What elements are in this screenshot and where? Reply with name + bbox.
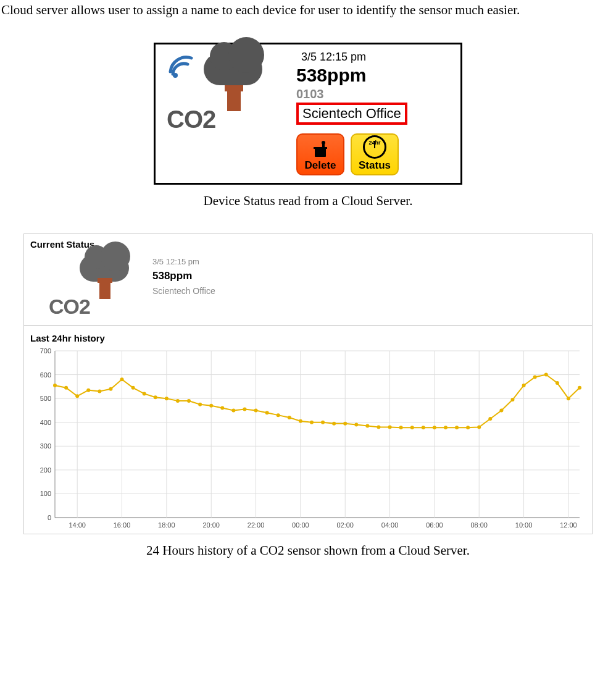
caption-2: 24 Hours history of a CO2 sensor shown f… — [1, 543, 615, 558]
svg-point-94 — [578, 386, 581, 390]
svg-text:04:00: 04:00 — [381, 521, 399, 529]
co2-logo: CO2 — [49, 251, 141, 319]
svg-point-83 — [455, 426, 459, 429]
svg-text:200: 200 — [40, 466, 51, 474]
svg-text:18:00: 18:00 — [158, 521, 175, 529]
svg-point-55 — [143, 392, 146, 395]
svg-text:08:00: 08:00 — [470, 521, 488, 529]
cloud-icon — [204, 53, 262, 85]
svg-point-78 — [399, 426, 403, 429]
delete-label: Delete — [304, 159, 336, 172]
svg-rect-3 — [315, 148, 326, 157]
co2-label: CO2 — [167, 106, 215, 133]
status-device-name: Scientech Office — [152, 286, 215, 296]
svg-text:300: 300 — [40, 442, 51, 450]
svg-point-58 — [176, 399, 180, 403]
svg-point-72 — [332, 422, 336, 426]
svg-point-81 — [433, 426, 436, 429]
svg-point-87 — [499, 408, 503, 412]
svg-point-75 — [365, 424, 369, 428]
trash-icon — [311, 140, 330, 158]
svg-point-0 — [173, 73, 178, 78]
clock-24hr-icon — [363, 135, 386, 159]
svg-point-56 — [154, 395, 157, 399]
svg-point-67 — [277, 413, 280, 417]
status-button[interactable]: 24hr Status — [351, 133, 399, 175]
co2-label: CO2 — [49, 295, 90, 319]
status-history-panel: Current Status CO2 3/5 12:15 pm 538ppm S… — [23, 233, 593, 534]
svg-point-77 — [388, 425, 392, 429]
svg-point-51 — [98, 390, 101, 393]
status-label: Status — [359, 159, 391, 172]
svg-point-59 — [187, 399, 191, 403]
svg-text:10:00: 10:00 — [515, 521, 533, 529]
svg-point-69 — [299, 419, 302, 423]
svg-rect-4 — [314, 147, 327, 149]
svg-text:20:00: 20:00 — [202, 521, 220, 529]
svg-text:500: 500 — [40, 395, 51, 402]
svg-text:700: 700 — [40, 347, 51, 355]
svg-point-80 — [422, 426, 425, 429]
chimney-icon — [99, 282, 110, 299]
svg-point-64 — [243, 408, 246, 411]
svg-text:100: 100 — [40, 490, 51, 497]
svg-point-82 — [444, 426, 447, 429]
svg-text:12:00: 12:00 — [560, 521, 577, 529]
svg-point-68 — [288, 416, 291, 419]
svg-text:02:00: 02:00 — [336, 521, 354, 529]
status-reading: 538ppm — [152, 270, 215, 282]
svg-point-57 — [165, 397, 169, 400]
svg-point-92 — [556, 381, 559, 385]
svg-point-93 — [567, 397, 570, 400]
svg-point-86 — [488, 417, 492, 421]
svg-point-71 — [321, 421, 325, 424]
svg-point-73 — [343, 422, 347, 426]
svg-point-84 — [466, 426, 470, 429]
divider — [24, 325, 592, 326]
svg-point-63 — [231, 408, 235, 412]
svg-point-76 — [377, 425, 380, 429]
svg-text:16:00: 16:00 — [114, 521, 131, 529]
svg-text:06:00: 06:00 — [426, 521, 443, 529]
chimney-icon — [227, 90, 241, 111]
svg-point-52 — [109, 387, 112, 391]
svg-point-60 — [198, 403, 202, 406]
delete-button[interactable]: Delete — [296, 133, 344, 175]
wifi-icon — [167, 53, 195, 78]
clock-24hr-text: 24hr — [368, 140, 380, 146]
svg-point-47 — [53, 384, 57, 387]
svg-point-50 — [86, 389, 90, 392]
status-timestamp: 3/5 12:15 pm — [152, 257, 215, 266]
svg-point-88 — [510, 398, 514, 401]
co2-logo: CO2 — [167, 53, 272, 133]
svg-text:0: 0 — [48, 514, 51, 521]
svg-point-62 — [220, 406, 224, 410]
device-id: 0103 — [296, 87, 449, 101]
svg-point-90 — [533, 375, 537, 379]
history-heading: Last 24hr history — [24, 328, 592, 345]
svg-point-53 — [120, 377, 124, 381]
device-timestamp: 3/5 12:15 pm — [301, 51, 449, 64]
device-name-highlight: Scientech Office — [296, 103, 407, 125]
device-status-card: CO2 3/5 12:15 pm 538ppm 0103 Scientech O… — [154, 43, 462, 185]
svg-point-66 — [265, 411, 269, 414]
svg-point-48 — [64, 386, 68, 390]
svg-point-85 — [477, 425, 481, 429]
history-line-chart: 010020030040050060070014:0016:0018:0020:… — [30, 346, 586, 531]
svg-text:00:00: 00:00 — [292, 521, 309, 529]
svg-point-89 — [522, 384, 526, 387]
intro-text: Cloud server allows user to assign a nam… — [1, 2, 615, 18]
svg-point-54 — [131, 386, 135, 390]
svg-point-70 — [310, 421, 314, 424]
svg-point-74 — [354, 423, 358, 427]
svg-point-91 — [544, 373, 548, 377]
caption-1: Device Status read from a Cloud Server. — [1, 193, 615, 209]
svg-text:600: 600 — [40, 371, 51, 379]
svg-text:400: 400 — [40, 419, 51, 426]
device-reading: 538ppm — [296, 65, 449, 86]
svg-text:22:00: 22:00 — [248, 521, 265, 529]
svg-point-65 — [254, 408, 258, 412]
svg-point-49 — [75, 394, 79, 398]
svg-point-61 — [209, 404, 213, 408]
svg-point-79 — [410, 426, 414, 429]
